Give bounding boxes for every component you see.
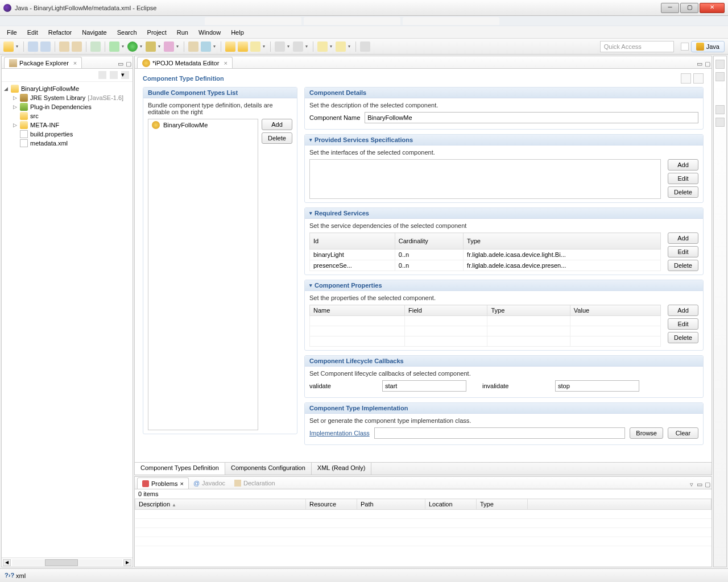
component-type-item[interactable]: BinaryFollowMe (148, 119, 258, 131)
add-component-button[interactable]: Add (262, 119, 292, 130)
problems-maximize-icon[interactable]: ▢ (704, 481, 712, 489)
back-icon[interactable] (317, 41, 328, 52)
project-node[interactable]: ◢ BinaryLightFollowMe (3, 84, 131, 93)
menu-file[interactable]: File (2, 28, 22, 37)
component-name-input[interactable] (365, 112, 698, 123)
problems-view-menu-icon[interactable]: ▿ (688, 481, 696, 489)
package-explorer-tab[interactable]: Package Explorer × (4, 57, 82, 68)
props-add-button[interactable]: Add (668, 305, 698, 316)
provided-services-header[interactable]: ▾Provided Services Specifications (305, 135, 703, 146)
open-folder-icon[interactable] (225, 41, 235, 52)
menu-help[interactable]: Help (226, 28, 249, 37)
external-tools-dropdown[interactable]: ▾ (175, 44, 180, 49)
search-icon[interactable] (250, 41, 260, 52)
table-row[interactable] (310, 326, 661, 336)
new-dropdown[interactable]: ▾ (15, 44, 19, 49)
tab-components-config[interactable]: Components Configuration (225, 463, 312, 475)
layout-vert-icon[interactable] (693, 73, 704, 84)
provided-services-list[interactable] (309, 159, 661, 199)
required-services-header[interactable]: ▾Required Services (305, 208, 703, 219)
editor-minimize-icon[interactable]: ▭ (696, 60, 704, 68)
invalidate-input[interactable] (555, 380, 639, 392)
problems-minimize-icon[interactable]: ▭ (696, 481, 704, 489)
menu-run[interactable]: Run (172, 28, 193, 37)
window-minimize-button[interactable]: ─ (661, 3, 679, 13)
open-perspective-icon[interactable] (681, 43, 689, 51)
forward-dropdown[interactable]: ▾ (347, 44, 351, 49)
delete-component-button[interactable]: Delete (262, 132, 292, 144)
view-menu-icon[interactable]: ▾ (121, 71, 129, 79)
problems-table[interactable]: Description ▲ Resource Path Location Typ… (135, 498, 712, 546)
nav-annotation-dropdown[interactable]: ▾ (286, 44, 291, 49)
cheatsheet-shortcut-icon[interactable] (715, 118, 725, 127)
table-row[interactable]: presenceSe...0..nfr.liglab.adele.icasa.d… (310, 260, 661, 271)
component-props-header[interactable]: ▾Component Properties (305, 280, 703, 291)
back-dropdown[interactable]: ▾ (329, 44, 333, 49)
prob-col-type[interactable]: Type (477, 499, 528, 510)
provided-delete-button[interactable]: Delete (668, 186, 698, 198)
tasklist-shortcut-icon[interactable] (715, 72, 725, 81)
impl-browse-button[interactable]: Browse (630, 427, 663, 439)
close-view-icon[interactable]: × (73, 60, 77, 66)
declaration-tab[interactable]: Declaration (230, 477, 280, 489)
menu-refactor[interactable]: Refactor (44, 28, 77, 37)
required-services-table[interactable]: Id Cardinality Type binaryLight0..nfr.li… (309, 232, 661, 271)
open-task-icon[interactable] (72, 41, 82, 52)
menu-search[interactable]: Search (113, 28, 142, 37)
external-tools-icon[interactable] (164, 41, 174, 52)
link-editor-icon[interactable] (110, 71, 118, 79)
prob-col-desc[interactable]: Description ▲ (135, 499, 306, 510)
new-button-icon[interactable] (3, 41, 14, 52)
prop-col-name[interactable]: Name (310, 305, 405, 316)
javadoc-tab[interactable]: @Javadoc (189, 477, 230, 489)
new-class-icon[interactable] (201, 41, 211, 52)
scroll-left-arrow[interactable]: ◀ (3, 559, 11, 566)
prop-col-value[interactable]: Value (570, 305, 660, 316)
window-maximize-button[interactable]: ▢ (680, 3, 698, 13)
nav-next-dropdown[interactable]: ▾ (304, 44, 309, 49)
window-close-button[interactable]: ✕ (700, 3, 725, 13)
component-types-list[interactable]: BinaryFollowMe (148, 119, 258, 430)
editor-maximize-icon[interactable]: ▢ (704, 60, 712, 68)
run-icon[interactable] (127, 41, 138, 52)
impl-class-link[interactable]: Implementation Class (309, 430, 370, 436)
editor-tab[interactable]: *iPOJO Metadata Editor × (137, 57, 233, 68)
status-help-icon[interactable]: ?›? (5, 572, 13, 580)
editor-tab-close-icon[interactable]: × (224, 60, 227, 66)
run-dropdown[interactable]: ▾ (139, 44, 143, 49)
provided-edit-button[interactable]: Edit (668, 173, 698, 184)
problems-close-icon[interactable]: × (180, 480, 183, 487)
tab-component-types-def[interactable]: Component Types Definition (135, 463, 225, 475)
metadata-xml-node[interactable]: metadata.xml (3, 139, 131, 148)
nav-annotation-icon[interactable] (275, 41, 285, 52)
req-col-type[interactable]: Type (464, 233, 661, 250)
build-icon[interactable] (90, 41, 101, 52)
prob-col-path[interactable]: Path (357, 499, 425, 510)
prob-col-res[interactable]: Resource (306, 499, 357, 510)
debug-dropdown[interactable]: ▾ (121, 44, 125, 49)
table-row[interactable] (310, 336, 661, 347)
meta-inf-node[interactable]: ▷ META-INF (3, 120, 131, 130)
view-minimize-icon[interactable]: ▭ (117, 60, 125, 68)
scroll-thumb[interactable] (45, 559, 78, 566)
forward-icon[interactable] (336, 41, 346, 52)
menu-window[interactable]: Window (194, 28, 225, 37)
required-add-button[interactable]: Add (668, 232, 698, 244)
table-row[interactable] (310, 316, 661, 326)
layout-horiz-icon[interactable] (681, 73, 691, 84)
provided-add-button[interactable]: Add (668, 159, 698, 171)
nav-next-icon[interactable] (293, 41, 303, 52)
req-col-id[interactable]: Id (310, 233, 395, 250)
save-all-icon[interactable] (40, 41, 51, 52)
save-icon[interactable] (28, 41, 38, 52)
menu-edit[interactable]: Edit (23, 28, 43, 37)
required-delete-button[interactable]: Delete (668, 260, 698, 271)
props-delete-button[interactable]: Delete (668, 332, 698, 343)
perspective-java-button[interactable]: Java (691, 41, 725, 52)
prob-col-loc[interactable]: Location (425, 499, 477, 510)
validate-input[interactable] (382, 380, 466, 392)
prop-col-type[interactable]: Type (487, 305, 570, 316)
req-col-card[interactable]: Cardinality (395, 233, 463, 250)
open-project-icon[interactable] (238, 41, 248, 52)
menu-navigate[interactable]: Navigate (77, 28, 111, 37)
